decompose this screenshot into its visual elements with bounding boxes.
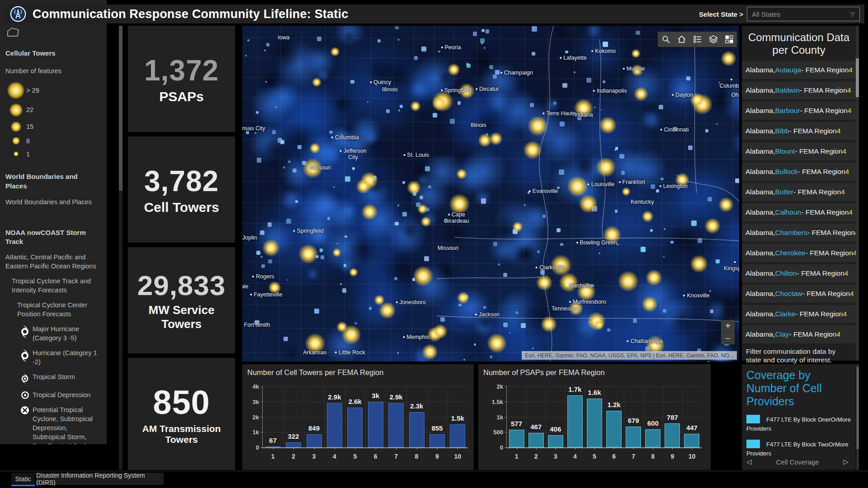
bar-region-4[interactable]	[567, 395, 583, 447]
city-label-kokomo: Kokomo	[591, 48, 616, 54]
tower-cluster-dot-icon	[14, 151, 19, 156]
city-label-illinois: Illinois	[471, 122, 486, 128]
layers-icon[interactable]	[705, 32, 721, 47]
home-icon[interactable]	[674, 32, 689, 47]
x-axis-tick-label: 9	[435, 453, 439, 460]
y-axis-tick	[505, 447, 507, 448]
psaps-chart-plot: 05001k1.5k2k5771467240631.7k41.6k51.2k66…	[506, 386, 702, 448]
county-scrollbar-thumb[interactable]	[856, 58, 859, 97]
y-axis-tick-label: 500	[493, 429, 503, 436]
county-row-baldwin[interactable]: Alabama, Baldwin - FEMA Region 4	[742, 81, 856, 99]
city-label-springfield: Springfield	[441, 87, 471, 94]
city-label-knoxville: Knoxville	[683, 292, 709, 299]
coverage-scrollbar-thumb[interactable]	[856, 367, 859, 449]
county-row-clarke[interactable]: Alabama, Clarke - FEMA Region 4	[742, 305, 856, 323]
city-label-little-rock: Little Rock	[335, 349, 365, 356]
county-row-chilton[interactable]: Alabama, Chilton - FEMA Region 4	[742, 264, 856, 282]
county-name: Bullock	[775, 168, 797, 176]
previous-page-icon[interactable]: ◁	[746, 458, 752, 466]
county-row-cherokee[interactable]: Alabama, Cherokee - FEMA Region 4	[742, 244, 856, 262]
bar-region-2[interactable]	[528, 433, 544, 447]
x-axis-tick-label: 10	[454, 453, 462, 460]
zoom-in-button[interactable]: +	[721, 320, 735, 332]
county-name: Blount	[775, 147, 795, 155]
county-row-autauga[interactable]: Alabama, Autauga - FEMA Region 4	[742, 61, 856, 79]
bar-region-6[interactable]	[606, 411, 622, 447]
bar-region-7[interactable]	[626, 427, 641, 447]
header-bar: Communication Response Community Lifelin…	[4, 5, 864, 23]
bar-region-1[interactable]	[509, 430, 524, 447]
bar-region-10[interactable]	[684, 434, 699, 447]
y-axis-tick-label: 2k	[497, 383, 503, 390]
city-dot-icon	[591, 50, 593, 52]
bar-region-9[interactable]	[665, 423, 680, 447]
bar-region-3[interactable]	[307, 434, 322, 447]
fema-region-text: - FEMA Region	[795, 310, 843, 318]
state-dropdown[interactable]: All States ▽	[747, 7, 860, 21]
county-row-choctaw[interactable]: Alabama, Choctaw - FEMA Region 4	[742, 285, 856, 303]
bar-region-2[interactable]	[286, 442, 301, 447]
x-axis-tick	[614, 447, 614, 450]
county-row-chambers[interactable]: Alabama, Chambers - FEMA Region 4	[742, 224, 856, 242]
city-dot-icon	[475, 314, 477, 315]
coverage-scrollbar[interactable]	[856, 364, 859, 470]
county-list-scrollbar[interactable]	[856, 26, 859, 361]
county-row-blount[interactable]: Alabama, Blount - FEMA Region 4	[742, 142, 856, 160]
city-dot-icon	[734, 261, 736, 263]
city-dot-icon	[576, 242, 578, 244]
bar-region-9[interactable]	[429, 434, 445, 447]
tab-static[interactable]: Static	[11, 473, 35, 485]
legend-scrollbar[interactable]	[119, 26, 123, 470]
y-axis-tick	[260, 432, 263, 432]
gridline	[663, 386, 663, 447]
app-logo-radio-tower-icon	[10, 6, 26, 22]
x-axis-tick	[437, 447, 438, 450]
cluster-size-label: 8	[26, 136, 30, 145]
legend-scrollbar-thumb[interactable]	[119, 26, 123, 191]
bar-region-5[interactable]	[347, 408, 363, 447]
bar-region-7[interactable]	[388, 403, 404, 447]
county-row-bullock[interactable]: Alabama, Bullock - FEMA Region 4	[742, 163, 856, 181]
bar-region-4[interactable]	[327, 403, 342, 447]
county-row-barbour[interactable]: Alabama, Barbour - FEMA Region 4	[742, 102, 856, 120]
x-axis-tick	[417, 447, 417, 450]
bar-region-3[interactable]	[548, 435, 563, 447]
county-name: Chilton	[775, 269, 797, 277]
basemap-icon[interactable]	[721, 32, 737, 47]
next-page-icon[interactable]: ▷	[843, 458, 849, 466]
gridline	[427, 386, 427, 447]
x-axis-tick	[517, 447, 517, 450]
legend-list-icon[interactable]	[689, 32, 705, 47]
city-dot-icon	[566, 285, 568, 286]
county-row-clay[interactable]: Alabama, Clay - FEMA Region 4	[742, 325, 856, 343]
tab-dirs[interactable]: Disaster Information Reporting System (D…	[36, 473, 164, 485]
bar-region-8[interactable]	[645, 429, 660, 448]
bar-value-label: 2.9k	[389, 393, 402, 401]
city-label-fort-smith: Fort Smith	[242, 322, 270, 328]
stat-card-mw-towers: 29,833 MW Service Towers	[128, 247, 235, 353]
x-axis-tick-label: 3	[312, 453, 316, 460]
page-title: Communication Response Community Lifelin…	[33, 7, 348, 21]
noaa-item-label: Hurricane (Category 1 -2)	[33, 348, 100, 366]
potential-cyclone-icon	[17, 405, 33, 444]
coverage-map[interactable]: IowaPeoriaKokomoLafayetteMuncieChampaign…	[242, 26, 739, 361]
bar-region-10[interactable]	[450, 424, 465, 447]
x-axis-tick-label: 6	[374, 453, 377, 460]
county-row-calhoun[interactable]: Alabama, Calhoun - FEMA Region 4	[742, 203, 856, 221]
county-row-butler[interactable]: Alabama, Butler - FEMA Region 4	[742, 183, 856, 201]
noaa-legend-item: Hurricane (Category 1 -2)	[5, 348, 100, 366]
city-label-iowa: Iowa	[278, 34, 289, 41]
noaa-item-label: Tropical Depression	[33, 390, 100, 399]
search-icon[interactable]	[658, 32, 674, 47]
fema-region-text: - FEMA Region	[797, 269, 844, 277]
x-axis-tick-label: 4	[573, 453, 577, 460]
zoom-out-button[interactable]: −	[721, 332, 735, 344]
bar-value-label: 787	[667, 413, 678, 421]
select-state-label: Select State >	[699, 10, 743, 18]
county-row-bibb[interactable]: Alabama, Bibb - FEMA Region 4	[742, 122, 856, 140]
bar-region-6[interactable]	[368, 402, 383, 447]
cell-towers-count: 3,782	[144, 164, 219, 198]
city-dot-icon	[593, 90, 595, 92]
bar-region-8[interactable]	[409, 412, 425, 447]
bar-region-5[interactable]	[587, 399, 602, 447]
